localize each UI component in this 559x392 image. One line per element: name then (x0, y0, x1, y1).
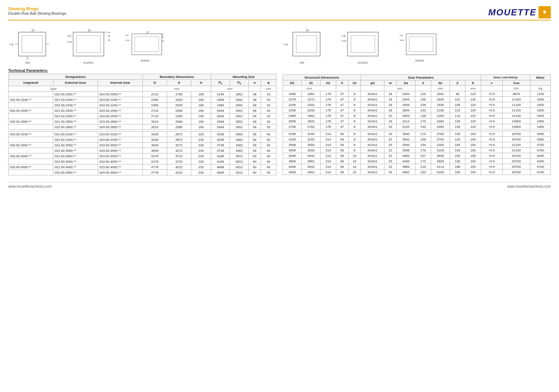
mm-label-2: mm (211, 86, 249, 91)
left-cell-11-0 (9, 148, 53, 153)
left-cell-6-9: 33 (261, 124, 276, 130)
right-cell-12-4: 10 (348, 153, 361, 159)
right-cell-12-10: 165 (450, 153, 465, 159)
right-cell-14-1: 4542 (302, 164, 321, 170)
right-cell-2-10: 108 (450, 102, 465, 108)
right-cell-12-6: 22 (384, 153, 397, 159)
right-cell-15-11: 150 (465, 170, 481, 175)
left-cell-8-2: 023.60.3150.** (98, 131, 143, 137)
right-cell-8-9: 2760 (431, 131, 450, 137)
th-D: D (143, 80, 167, 86)
left-cell-15-7: 4312 (230, 170, 249, 175)
left-cell-8-3: 3428 (143, 131, 167, 137)
right-cell-13-0: 3958 (283, 159, 302, 164)
right-cell-8-3: 56 (336, 131, 348, 137)
left-cell-4-5: 190 (191, 113, 211, 119)
right-cell-4-6: 20 (384, 113, 397, 119)
right-cell-3-11: 120 (465, 108, 481, 113)
right-cell-0-6: 18 (384, 91, 397, 97)
left-cell-2-2: 024.50.2240.** (98, 102, 143, 108)
svg-text:D₂: D₂ (108, 35, 110, 37)
left-cell-0-7: 1851 (230, 91, 249, 97)
diagrams-right: D n-φ 020 n-φ n₂-φ₂ 021/022 n-φ (283, 25, 551, 66)
left-cell-6-5: 190 (191, 124, 211, 130)
table-row: 395839522145610M10x12044001733600145150+… (283, 159, 551, 164)
left-cell-14-6: 4688 (211, 164, 230, 170)
left-cell-2-1: 022.50.2240.** (53, 102, 98, 108)
left-cell-10-7: 3362 (230, 142, 249, 148)
right-cell-0-1: 1962 (302, 91, 321, 97)
right-cell-14-0: 4548 (283, 164, 302, 170)
svg-rect-38 (351, 36, 375, 53)
diagram-021-022-left: D n-φ n₂-φ₂ 021/022 D₀ D₂ D₁ (66, 25, 114, 66)
left-cell-12-0: 020.60.4000.** (9, 153, 53, 159)
right-cell-13-5: M10x1 (361, 159, 384, 164)
left-cell-2-7: 2091 (230, 102, 249, 108)
th-da: da (431, 80, 450, 86)
th-D3: D3 (283, 80, 302, 86)
right-cell-5-10: 139 (450, 119, 465, 124)
right-cell-13-7: 4400 (396, 159, 415, 164)
left-cell-6-4: 2585 (167, 124, 191, 130)
left-cell-6-3: 3015 (143, 124, 167, 130)
left-cell-11-7: 3362 (230, 148, 249, 153)
right-cell-10-4: 8 (348, 142, 361, 148)
svg-rect-31 (293, 32, 320, 56)
right-cell-12-9: 3608 (431, 153, 450, 159)
left-cell-4-0 (9, 113, 53, 119)
right-cell-2-12: +0.5 (481, 102, 502, 108)
svg-text:023/024: 023/024 (141, 59, 149, 62)
left-cell-6-8: 56 (248, 124, 261, 130)
right-cell-15-2: 214 (321, 170, 336, 175)
left-cell-14-2: 023.60.4500.** (98, 164, 143, 170)
right-cell-15-9: 4100 (431, 170, 450, 175)
left-cell-9-7: 2962 (230, 137, 249, 142)
right-cell-10-14: 3700 (530, 142, 550, 148)
table-row: 31983192214568M10x12035401742760139150+0… (283, 131, 551, 137)
right-cell-0-5: M10x1 (361, 91, 384, 97)
left-cell-5-1: 021.50.2800.** (53, 119, 98, 124)
table-row: 022.50.2240.**024.50.2240.**245520251902… (9, 102, 276, 108)
diagram-svg-020-left: D n-φ d 020 (8, 25, 56, 66)
right-cell-6-11: 120 (465, 124, 481, 130)
right-table-col-headers: D3 d1 H1 h n3 φ3 m Da Z da Z b x Coa (283, 80, 551, 86)
right-cell-8-1: 3192 (302, 131, 321, 137)
right-cell-6-12: +0.5 (481, 124, 502, 130)
left-cell-2-4: 2025 (167, 102, 191, 108)
svg-text:023/024: 023/024 (415, 59, 424, 62)
right-cell-11-7: 3938 (396, 148, 415, 153)
table-row: 022.60.4000.**024.60.4000.**427837222264… (9, 159, 276, 164)
right-cell-3-2: 178 (321, 108, 336, 113)
table-row: 404840422145610M10x12244001973608165150+… (283, 153, 551, 159)
right-cell-10-2: 214 (321, 142, 336, 148)
svg-text:n-φ: n-φ (10, 43, 13, 46)
right-cell-1-12: +0.5 (481, 97, 502, 102)
left-cell-15-0 (9, 170, 53, 175)
table-row: 020.60.3550.**021.60.3550.**023.60.3550.… (9, 142, 276, 148)
left-cell-9-1: 022.60.3150.** (53, 137, 98, 142)
right-cell-11-0: 3508 (283, 148, 302, 153)
left-cell-10-6: 3738 (211, 142, 230, 148)
left-cell-10-8: 56 (248, 142, 261, 148)
right-cell-13-8: 173 (415, 159, 431, 164)
right-cell-10-8: 194 (415, 142, 431, 148)
right-cell-0-2: 178 (321, 91, 336, 97)
right-cell-0-9: 1692 (431, 91, 450, 97)
left-cell-8-1: 021.60.3150.** (53, 131, 98, 137)
right-cell-15-0: 4458 (283, 170, 302, 175)
right-cell-10-13: 21100 (503, 142, 530, 148)
th-ungeared: Ungeared (9, 80, 53, 86)
left-cell-8-6: 3338 (211, 131, 230, 137)
diagram-021-022-right: n-φ n₂-φ₂ 021/022 (341, 25, 388, 66)
left-cell-6-6: 2949 (211, 124, 230, 130)
th-mass: Mass (530, 75, 550, 80)
left-cell-10-2: 023.60.3550.** (98, 142, 143, 148)
right-cell-1-6: 16 (384, 97, 397, 102)
right-cell-12-7: 4400 (396, 153, 415, 159)
right-cell-0-4: 8 (348, 91, 361, 97)
diagram-020-left: D n-φ d 020 (8, 25, 56, 66)
right-cell-5-2: 178 (321, 119, 336, 124)
right-cell-10-0: 3598 (283, 142, 302, 148)
right-cell-8-7: 3540 (396, 131, 415, 137)
right-cell-14-3: 56 (336, 164, 348, 170)
